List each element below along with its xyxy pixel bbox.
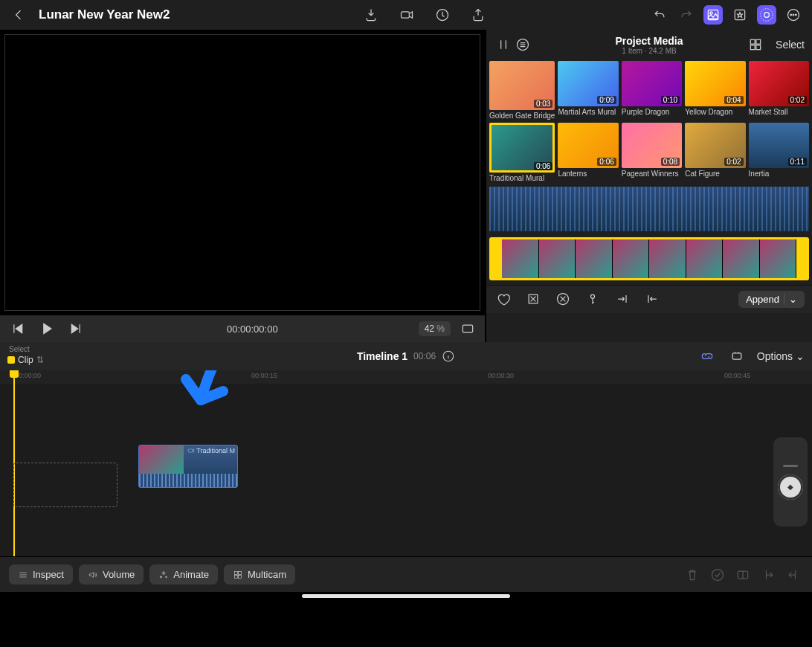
svg-rect-23	[234, 571, 237, 574]
chevron-down-icon[interactable]: ⌄	[784, 294, 797, 305]
media-clip[interactable]: 0:02Market Stall	[749, 61, 809, 120]
media-clip[interactable]: 0:04Yellow Dragon	[685, 61, 745, 120]
more-menu-icon[interactable]	[784, 5, 803, 25]
append-button[interactable]: Append ⌄	[738, 291, 805, 308]
camera-icon[interactable]	[397, 5, 416, 25]
inspector-toggle[interactable]	[757, 5, 776, 25]
clip-label: Lanterns	[558, 170, 618, 178]
back-button[interactable]	[9, 5, 28, 25]
media-clip[interactable]: 0:02Cat Figure	[685, 123, 745, 181]
clip-label: Pageant Winners	[622, 170, 682, 178]
volume-button[interactable]: Volume	[79, 564, 144, 585]
top-toolbar: Lunar New Year New2	[0, 0, 812, 30]
media-browser-toggle[interactable]	[703, 5, 723, 25]
trim-end-icon[interactable]	[784, 565, 803, 585]
enable-clip-icon[interactable]	[708, 565, 727, 585]
clip-label: Cat Figure	[685, 170, 745, 178]
media-clip[interactable]: 0:08Pageant Winners	[622, 123, 682, 181]
svg-rect-14	[756, 39, 761, 44]
animate-button[interactable]: Animate	[149, 564, 218, 585]
media-clip[interactable]: 0:03Golden Gate Bridge	[489, 61, 555, 120]
effects-browser-toggle[interactable]	[730, 5, 750, 25]
zoom-level[interactable]: 42 %	[419, 321, 451, 336]
clip-label: Yellow Dragon	[685, 108, 745, 116]
clip-label: Golden Gate Bridge	[489, 112, 555, 120]
link-clips-icon[interactable]	[697, 347, 717, 366]
svg-rect-15	[750, 45, 755, 50]
delete-icon[interactable]	[683, 565, 702, 585]
media-clip[interactable]: 0:11Inertia	[749, 123, 809, 181]
drop-target-ghost	[13, 463, 117, 507]
clip-duration: 0:02	[724, 158, 743, 166]
play-button[interactable]	[37, 319, 57, 338]
share-icon[interactable]	[468, 5, 488, 25]
list-view-icon[interactable]	[513, 35, 532, 54]
clip-duration: 0:03	[534, 100, 552, 108]
reject-icon[interactable]	[523, 289, 543, 309]
inspect-button[interactable]: Inspect	[9, 564, 73, 585]
chevron-down-icon: ⌄	[796, 350, 805, 362]
preview-viewer[interactable]	[4, 34, 480, 311]
select-mode-label: Select	[9, 345, 30, 353]
svg-rect-24	[239, 571, 242, 574]
svg-point-27	[712, 569, 724, 580]
favorite-icon[interactable]	[494, 289, 513, 309]
filter-icon[interactable]	[494, 35, 513, 54]
import-icon[interactable]	[361, 5, 381, 25]
redo-icon[interactable]	[677, 5, 696, 25]
media-clip[interactable]: 0:06Lanterns	[558, 123, 618, 181]
svg-rect-26	[239, 575, 242, 578]
split-clip-icon[interactable]	[733, 565, 753, 585]
bottom-toolbar: Inspect Volume Animate Multicam	[0, 556, 812, 592]
clip-label: Market Stall	[749, 108, 809, 116]
clip-in-handle[interactable]	[492, 239, 502, 278]
media-clip[interactable]: 0:10Purple Dragon	[622, 61, 682, 120]
svg-rect-0	[402, 12, 410, 18]
snap-icon[interactable]	[727, 347, 747, 366]
clip-color-swatch	[7, 356, 15, 364]
timeline-header: Select Clip ⇅ Timeline 1 00:06 Options ⌄	[0, 342, 812, 370]
clip-duration: 0:06	[534, 162, 552, 170]
clip-label: Traditional Mural	[489, 174, 555, 182]
svg-rect-16	[756, 45, 761, 50]
next-frame-button[interactable]	[67, 319, 86, 338]
timeline[interactable]: 00:00:00 00:00:15 00:00:30 00:00:45 Trad…	[0, 370, 812, 556]
media-clip[interactable]: 0:06Traditional Mural	[489, 123, 555, 181]
select-button[interactable]: Select	[776, 39, 805, 51]
remove-icon[interactable]	[553, 289, 573, 309]
multicam-button[interactable]: Multicam	[224, 564, 295, 585]
dragged-clip[interactable]: Traditional M	[138, 445, 238, 488]
svg-rect-21	[732, 353, 741, 359]
svg-point-6	[764, 13, 770, 18]
svg-point-5	[761, 9, 773, 22]
clip-selector[interactable]: Clip ⇅	[7, 355, 44, 365]
timeline-ruler[interactable]: 00:00:00 00:00:15 00:00:30 00:00:45	[0, 370, 812, 384]
selected-clip-filmstrip[interactable]	[489, 237, 809, 280]
home-indicator	[0, 592, 812, 619]
clip-duration: 0:11	[788, 158, 807, 166]
info-icon[interactable]	[442, 350, 455, 363]
skim-forward-icon[interactable]	[613, 289, 632, 309]
chevron-updown-icon: ⇅	[36, 355, 44, 365]
clip-duration: 0:08	[661, 158, 680, 166]
timecode-display[interactable]: 00:00:00:00	[227, 324, 278, 335]
prev-frame-button[interactable]	[7, 319, 27, 338]
trim-start-icon[interactable]	[758, 565, 778, 585]
keyword-icon[interactable]	[583, 289, 602, 309]
media-clip[interactable]: 0:09Martial Arts Mural	[558, 61, 618, 120]
audio-waveform-strip[interactable]	[489, 187, 809, 231]
skim-back-icon[interactable]	[642, 289, 662, 309]
timeline-name[interactable]: Timeline 1	[357, 350, 407, 362]
clip-out-handle[interactable]	[796, 239, 807, 278]
timeline-options-button[interactable]: Options ⌄	[757, 350, 805, 362]
clip-duration: 0:10	[661, 96, 680, 104]
clip-label: Purple Dragon	[622, 108, 682, 116]
media-panel-subtitle: 1 Item · 24.2 MB	[575, 47, 724, 55]
viewer-layout-icon[interactable]	[458, 319, 477, 338]
grid-view-icon[interactable]	[746, 35, 765, 54]
undo-icon[interactable]	[650, 5, 669, 25]
jog-dial-icon[interactable]: ◆	[778, 474, 803, 500]
voiceover-icon[interactable]	[433, 5, 452, 25]
clip-label: Martial Arts Mural	[558, 108, 618, 116]
jog-wheel[interactable]: ◆	[773, 437, 808, 527]
